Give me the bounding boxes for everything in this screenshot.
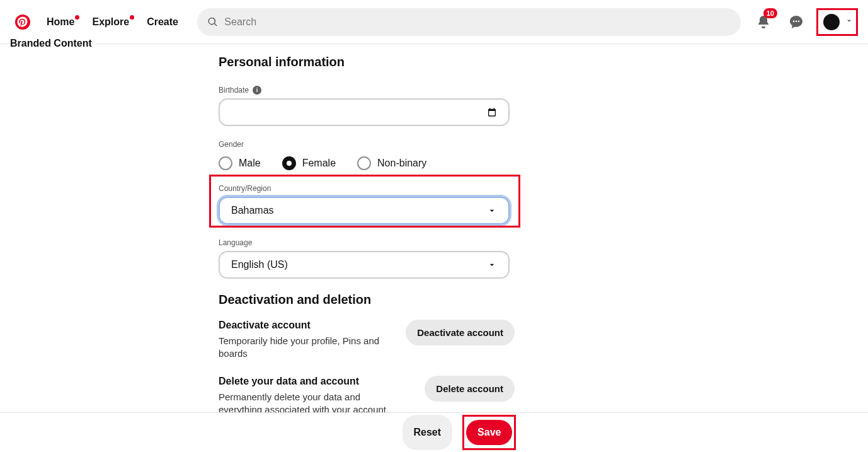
personal-info-title: Personal information: [219, 55, 515, 69]
save-button[interactable]: Save: [466, 420, 512, 445]
footer-bar: Reset Save: [0, 412, 868, 452]
gender-label: Gender: [219, 140, 515, 149]
chat-icon: [789, 14, 804, 30]
language-value: English (US): [231, 259, 288, 270]
nav-explore-label: Explore: [92, 16, 129, 27]
nav-home-dot-icon: [75, 15, 79, 20]
nav-explore[interactable]: Explore: [83, 11, 138, 33]
header-right: 10: [751, 8, 860, 36]
country-label: Country/Region: [219, 184, 515, 193]
language-select[interactable]: English (US): [219, 251, 510, 279]
svg-point-2: [796, 20, 797, 22]
radio-selected-icon: [282, 156, 296, 170]
gender-female-option[interactable]: Female: [282, 156, 336, 170]
search-bar[interactable]: [197, 8, 741, 36]
main-content: Personal information Birthdate i Gender …: [219, 44, 515, 416]
sidebar-item-branded-content[interactable]: Branded Content: [10, 38, 92, 49]
nav-home[interactable]: Home: [38, 11, 83, 33]
avatar[interactable]: [823, 14, 840, 30]
gender-male-option[interactable]: Male: [219, 156, 261, 170]
deactivate-row: Deactivate account Temporarily hide your…: [219, 320, 515, 361]
country-value: Bahamas: [231, 205, 274, 216]
nav-create-label: Create: [147, 16, 178, 27]
messages-button[interactable]: [784, 9, 809, 35]
nav-home-label: Home: [47, 16, 74, 27]
deactivate-subtitle: Deactivate account: [219, 320, 389, 331]
language-label: Language: [219, 238, 515, 247]
svg-point-3: [798, 20, 800, 22]
birthdate-input[interactable]: [219, 98, 510, 126]
chevron-down-icon: [487, 206, 497, 216]
deactivation-section: Deactivation and deletion Deactivate acc…: [219, 293, 515, 416]
country-select[interactable]: Bahamas: [219, 197, 510, 224]
notifications-button[interactable]: 10: [751, 9, 776, 35]
search-input[interactable]: [224, 16, 731, 28]
gender-nonbinary-label: Non-binary: [377, 158, 426, 169]
gender-nonbinary-option[interactable]: Non-binary: [357, 156, 426, 170]
search-icon: [207, 16, 218, 28]
chevron-down-icon: [845, 16, 854, 25]
radio-icon: [357, 156, 371, 170]
deactivate-button[interactable]: Deactivate account: [406, 320, 515, 345]
delete-subtitle: Delete your data and account: [219, 376, 389, 387]
delete-button[interactable]: Delete account: [425, 376, 515, 402]
svg-point-1: [793, 20, 795, 22]
nav-create[interactable]: Create: [138, 11, 187, 33]
info-icon[interactable]: i: [253, 86, 261, 95]
gender-female-label: Female: [302, 158, 336, 169]
gender-male-label: Male: [239, 158, 261, 169]
header-bar: Home Explore Create 10: [0, 0, 868, 44]
nav-explore-dot-icon: [130, 15, 134, 20]
profile-dropdown-highlight: [816, 8, 858, 36]
deactivation-title: Deactivation and deletion: [219, 293, 515, 307]
pinterest-icon: [15, 14, 30, 30]
birthdate-label-text: Birthdate: [219, 86, 249, 95]
delete-text: Delete your data and account Permanently…: [219, 376, 389, 417]
account-menu-button[interactable]: [845, 16, 854, 28]
birthdate-label: Birthdate i: [219, 86, 515, 95]
reset-button[interactable]: Reset: [403, 415, 453, 450]
deactivate-text: Deactivate account Temporarily hide your…: [219, 320, 389, 361]
gender-radio-group: Male Female Non-binary: [219, 156, 515, 170]
sidebar-item-label: Branded Content: [10, 38, 92, 49]
calendar-icon: [487, 107, 497, 117]
delete-row: Delete your data and account Permanently…: [219, 376, 515, 417]
chevron-down-icon: [487, 260, 497, 270]
country-field-wrap: Country/Region Bahamas: [219, 184, 515, 224]
deactivate-desc: Temporarily hide your profile, Pins and …: [219, 335, 389, 361]
pinterest-logo[interactable]: [8, 14, 38, 30]
nav-links: Home Explore Create: [38, 11, 187, 33]
notifications-badge: 10: [763, 8, 777, 18]
radio-icon: [219, 156, 232, 170]
save-highlight-box: Save: [462, 415, 516, 450]
